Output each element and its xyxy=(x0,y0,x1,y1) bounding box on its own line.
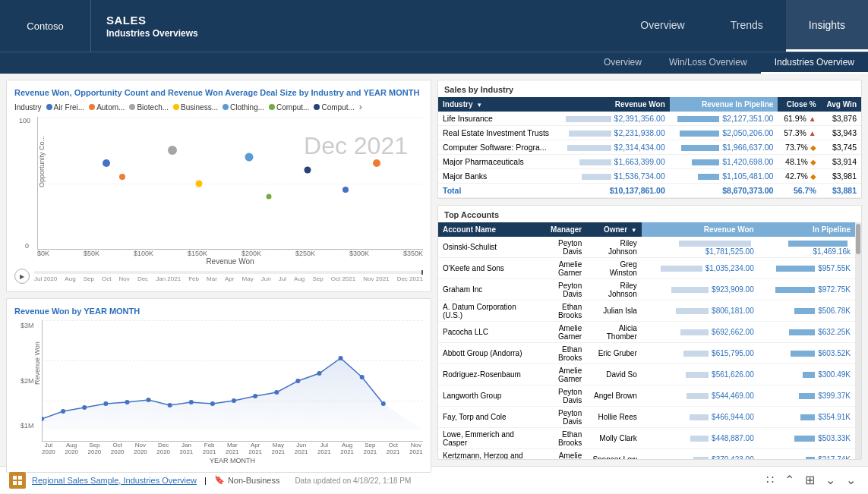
legend-item-4: Clothing... xyxy=(223,103,264,112)
y-label-2m: $2M xyxy=(21,377,34,385)
main-content: Revenue Won, Opportunity Count and Reven… xyxy=(0,74,868,466)
nav-logo: Contoso xyxy=(0,0,91,52)
legend-item-5: Comput... xyxy=(269,103,309,112)
trend-icon: ◆ xyxy=(810,172,816,181)
cell-manager: Peyton Davis xyxy=(534,385,586,407)
timeline-marker xyxy=(421,270,423,275)
line-chart-title: Revenue Won by YEAR MONTH xyxy=(14,307,423,316)
table-row: Fay, Torp and Cole Peyton Davis Hollie R… xyxy=(438,407,855,428)
x-label-nov20: Nov2020 xyxy=(134,442,147,455)
nav-tab-trends[interactable]: Trends xyxy=(708,0,786,52)
scrollbar[interactable] xyxy=(855,222,861,460)
bar-pipeline xyxy=(794,436,815,442)
x-label-aug20: Aug2020 xyxy=(65,442,78,455)
line-chart-area: Revenue Won $3M $2M $1M xyxy=(42,320,423,442)
update-label: Data updated on 4/18/22, 1:18 PM xyxy=(295,477,411,485)
cell-manager: Peyton Davis xyxy=(534,279,586,300)
cell-account: Langworth Group xyxy=(438,385,534,407)
col-header-owner[interactable]: Owner ▼ xyxy=(586,222,642,237)
x-label-jun21: Jun2021 xyxy=(295,442,308,455)
cell-owner: Angel Brown xyxy=(586,385,642,407)
col-header-pipeline[interactable]: Revenue In Pipeline xyxy=(670,97,778,112)
svg-point-12 xyxy=(295,379,300,383)
x-label-apr21: Apr2021 xyxy=(248,442,262,455)
cell-industry: Real Estate Investment Trusts xyxy=(438,126,557,140)
tag-icon: 🔖 xyxy=(214,475,225,485)
cell-owner: Julian Isla xyxy=(586,300,642,322)
scroll-thumb[interactable] xyxy=(856,224,860,254)
cell-industry: Computer Software: Progra... xyxy=(438,140,557,155)
bottom-right: ∷ ⌃ ⊞ ⌄ ⌄ xyxy=(763,473,859,487)
play-button[interactable]: ▶ xyxy=(14,269,30,284)
sub-tab-winloss[interactable]: Win/Loss Overview xyxy=(655,52,761,74)
cell-account: Graham Inc xyxy=(438,279,534,300)
table-row: Pacocha LLC Amelie Garner Alicia Thomber… xyxy=(438,322,855,343)
bar-revenue xyxy=(690,414,709,420)
scatter-x-axis-title: Revenue Won xyxy=(37,257,423,266)
cell-manager: Ethan Brooks xyxy=(534,343,586,364)
bar-pipeline xyxy=(698,174,719,180)
cell-pipeline: $603.52K xyxy=(759,343,855,364)
table-total-row: Total $10,137,861.00 $8,670,373.00 56.7%… xyxy=(438,184,861,198)
cell-owner: Riley Johnson xyxy=(586,237,642,258)
cell-manager: Amelie Garner xyxy=(534,449,586,461)
bar-revenue xyxy=(680,329,709,335)
cell-pipeline: $1,420,698.00 xyxy=(670,155,778,169)
nav-up-btn[interactable]: ⌃ xyxy=(781,473,797,487)
cell-total-avg: $3,881 xyxy=(821,184,861,198)
svg-rect-20 xyxy=(18,481,22,485)
cell-avg-win: $3,745 xyxy=(821,140,861,155)
cell-close-pct: 61.9% ▲ xyxy=(778,112,820,126)
cell-owner: David So xyxy=(586,364,642,385)
bar-revenue xyxy=(566,116,611,122)
col-header-revenue-won[interactable]: Revenue Won xyxy=(642,222,759,237)
cell-account: Osinski-Schulist xyxy=(438,237,534,258)
sub-tab-overview[interactable]: Overview xyxy=(590,52,655,74)
cell-account: O'Keefe and Sons xyxy=(438,258,534,279)
cell-pipeline: $632.25K xyxy=(759,322,855,343)
timeline-track[interactable] xyxy=(34,271,423,274)
svg-point-8 xyxy=(210,401,215,406)
legend-more[interactable]: › xyxy=(359,102,362,112)
col-header-industry[interactable]: Industry ▼ xyxy=(438,97,557,112)
col-header-in-pipeline[interactable]: In Pipeline xyxy=(759,222,855,237)
svg-point-9 xyxy=(232,398,236,403)
cell-account: Rodriguez-Rosenbaum xyxy=(438,364,534,385)
col-header-revenue-won[interactable]: Revenue Won xyxy=(557,97,670,112)
chart-icon-btn[interactable]: ∷ xyxy=(763,473,777,487)
col-header-avg-win[interactable]: Avg Win xyxy=(821,97,861,112)
cell-total-label: Total xyxy=(438,184,557,198)
cell-close-pct: 42.7% ◆ xyxy=(778,169,820,184)
grid-view-btn[interactable]: ⊞ xyxy=(802,473,818,487)
cell-manager: Amelie Garner xyxy=(534,364,586,385)
cell-owner: Spencer Low xyxy=(586,449,642,461)
col-header-close-pct[interactable]: Close % xyxy=(778,97,820,112)
expand-btn[interactable]: ⌄ xyxy=(843,473,859,487)
table-row: Lowe, Emmerich and Casper Ethan Brooks M… xyxy=(438,428,855,449)
cell-account: Pacocha LLC xyxy=(438,322,534,343)
top-accounts-wrapper: Account Name Manager Owner ▼ Revenue Won… xyxy=(438,222,861,460)
svg-point-15 xyxy=(360,375,365,379)
breadcrumb-icon xyxy=(9,472,26,489)
nav-down-btn[interactable]: ⌄ xyxy=(822,473,838,487)
legend-item-0: Air Frei... xyxy=(46,103,85,112)
tag-container: 🔖 Non-Business xyxy=(214,475,279,485)
bar-pipeline xyxy=(789,329,815,335)
nav-tab-insights[interactable]: Insights xyxy=(786,0,868,52)
cell-industry: Life Insurance xyxy=(438,112,557,126)
cell-revenue-won: $2,314,434.00 xyxy=(557,140,670,155)
bar-pipeline xyxy=(800,414,815,420)
line-chart-card: Revenue Won by YEAR MONTH Revenue Won $3… xyxy=(6,298,431,473)
legend-prefix-label: Industry xyxy=(14,103,42,112)
breadcrumb-link[interactable]: Regional Sales Sample, Industries Overvi… xyxy=(32,476,197,485)
sub-tab-industries[interactable]: Industries Overview xyxy=(761,52,868,74)
cell-industry: Major Banks xyxy=(438,169,557,184)
cell-revenue: $923,909.00 xyxy=(642,279,759,300)
col-header-manager[interactable]: Manager xyxy=(534,222,586,237)
cell-total-pipeline: $8,670,373.00 xyxy=(670,184,778,198)
cell-pipeline: $2,127,351.00 xyxy=(670,112,778,126)
col-header-account[interactable]: Account Name xyxy=(438,222,534,237)
sub-navigation: Overview Win/Loss Overview Industries Ov… xyxy=(0,52,868,74)
cell-revenue: $544,469.00 xyxy=(642,385,759,407)
nav-tab-overview[interactable]: Overview xyxy=(617,0,707,52)
